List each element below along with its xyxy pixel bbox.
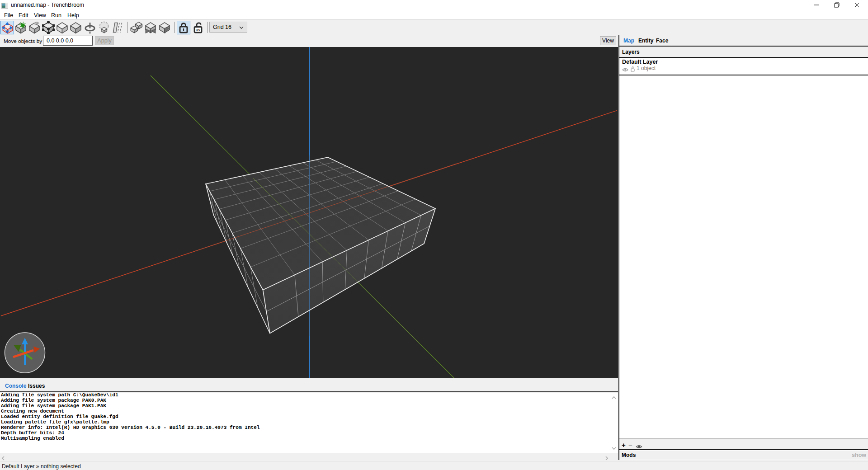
svg-text:UV: UV: [196, 28, 200, 32]
